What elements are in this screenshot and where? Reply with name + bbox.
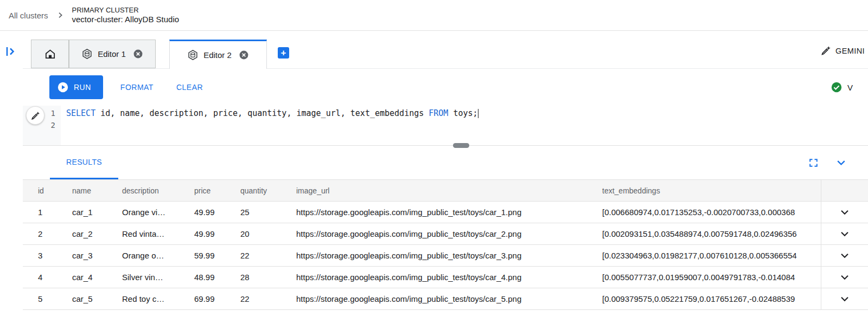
cell-id: 2 <box>23 223 72 245</box>
cell-image-url: https://storage.googleapis.com/img_publi… <box>296 245 602 267</box>
home-icon <box>44 48 56 60</box>
table-row: 2 car_2 Red vinta… 49.99 20 https://stor… <box>23 223 868 245</box>
cell-image-url: https://storage.googleapis.com/img_publi… <box>296 202 602 223</box>
collapse-results-chevron-icon[interactable] <box>835 157 847 169</box>
cell-description: Silver vin… <box>122 267 194 288</box>
cell-text-embeddings: [0.0055077737,0.01959007,0.0049791783,-0… <box>602 267 821 288</box>
sql-keyword: SELECT <box>66 108 95 118</box>
query-valid-status: V <box>831 81 853 93</box>
database-hexagon-icon <box>81 48 93 60</box>
check-circle-icon <box>831 81 843 93</box>
play-circle-icon <box>57 81 69 93</box>
cell-id: 1 <box>23 202 72 223</box>
cell-description: Red vinta… <box>122 223 194 245</box>
column-header-image-url: image_url <box>296 180 602 202</box>
column-header-text-embeddings: text_embeddings <box>602 180 821 202</box>
gemini-label: GEMINI <box>835 47 865 55</box>
breadcrumb: All clusters PRIMARY CLUSTER vector-clus… <box>0 0 868 31</box>
column-header-description: description <box>122 180 194 202</box>
breadcrumb-all-clusters-link[interactable]: All clusters <box>9 11 48 20</box>
cell-name: car_1 <box>72 202 122 223</box>
column-header-quantity: quantity <box>240 180 296 202</box>
cell-price: 49.99 <box>194 202 240 223</box>
table-row: 3 car_3 Orange o… 59.99 22 https://stora… <box>23 245 868 267</box>
cell-text-embeddings: [0.023304963,0.01982177,0.007610128,0.00… <box>602 245 821 267</box>
cell-name: car_2 <box>72 223 122 245</box>
expand-row-chevron-icon[interactable] <box>839 271 851 283</box>
column-header-expander <box>821 180 868 202</box>
sql-code-area[interactable]: SELECT id, name, description, price, qua… <box>66 106 868 119</box>
cell-text-embeddings: [0.009379575,0.05221759,0.017651267,-0.0… <box>602 288 821 310</box>
cell-text-embeddings: [0.002093151,0.035488974,0.007591748,0.0… <box>602 223 821 245</box>
cluster-type-label: PRIMARY CLUSTER <box>72 6 180 15</box>
tab-editor-1-label: Editor 1 <box>98 49 126 59</box>
cell-quantity: 28 <box>240 267 296 288</box>
cell-image-url: https://storage.googleapis.com/img_publi… <box>296 288 602 310</box>
panel-resize-handle[interactable] <box>453 143 469 148</box>
open-panel-icon[interactable] <box>5 45 18 58</box>
pen-spark-icon <box>820 45 832 56</box>
expand-row-chevron-icon[interactable] <box>839 228 851 240</box>
cluster-heading: PRIMARY CLUSTER vector-cluster: AlloyDB … <box>72 6 180 25</box>
cell-image-url: https://storage.googleapis.com/img_publi… <box>296 223 602 245</box>
tab-editor-1[interactable]: Editor 1 <box>69 40 156 68</box>
results-header: RESULTS <box>23 146 868 179</box>
cell-id: 3 <box>23 245 72 267</box>
table-row: 4 car_4 Silver vin… 48.99 28 https://sto… <box>23 267 868 288</box>
results-table: id name description price quantity image… <box>23 179 868 310</box>
table-row: 1 car_1 Orange vi… 49.99 25 https://stor… <box>23 202 868 223</box>
close-tab-2-icon[interactable] <box>239 50 249 60</box>
alloydb-studio-page: All clusters PRIMARY CLUSTER vector-clus… <box>0 0 868 317</box>
sql-table: toys; <box>448 108 477 118</box>
cell-description: Orange vi… <box>122 202 194 223</box>
valid-status-text: V <box>847 83 853 92</box>
run-button[interactable]: RUN <box>49 75 103 99</box>
database-hexagon-icon <box>187 49 199 61</box>
cell-quantity: 22 <box>240 288 296 310</box>
tab-editor-2[interactable]: Editor 2 <box>169 40 267 69</box>
tab-editor-2-label: Editor 2 <box>203 50 232 60</box>
sql-keyword: FROM <box>429 108 448 118</box>
format-button[interactable]: FORMAT <box>112 83 162 92</box>
results-panel: RESULTS <box>23 145 868 317</box>
cell-price: 69.99 <box>194 288 240 310</box>
expand-row-chevron-icon[interactable] <box>839 206 851 218</box>
cell-name: car_5 <box>72 288 122 310</box>
pen-spark-icon <box>30 111 41 121</box>
table-row: 5 car_5 Red toy c… 69.99 22 https://stor… <box>23 288 868 310</box>
column-header-name: name <box>72 180 122 202</box>
tab-home[interactable] <box>31 40 69 68</box>
close-tab-1-icon[interactable] <box>133 49 143 59</box>
text-cursor <box>478 109 479 118</box>
cell-quantity: 22 <box>240 245 296 267</box>
fullscreen-icon[interactable] <box>808 158 819 168</box>
expand-row-chevron-icon[interactable] <box>839 250 851 262</box>
tab-results[interactable]: RESULTS <box>50 146 118 179</box>
gemini-button[interactable]: GEMINI ▾ <box>820 45 868 56</box>
sql-columns: id, name, description, price, quantity, … <box>95 108 429 118</box>
query-toolbar: RUN FORMAT CLEAR V <box>23 69 868 106</box>
cell-id: 4 <box>23 267 72 288</box>
column-header-id: id <box>23 180 72 202</box>
cell-price: 49.99 <box>194 223 240 245</box>
gemini-edit-button[interactable] <box>26 106 44 125</box>
clear-button[interactable]: CLEAR <box>168 83 212 92</box>
cell-price: 48.99 <box>194 267 240 288</box>
editor-tabbar: Editor 1 Editor 2 + <box>23 31 868 69</box>
cell-name: car_4 <box>72 267 122 288</box>
cell-price: 59.99 <box>194 245 240 267</box>
cell-description: Red toy c… <box>122 288 194 310</box>
page-title: vector-cluster: AlloyDB Studio <box>72 15 180 25</box>
run-button-label: RUN <box>74 83 91 92</box>
sql-line-1: SELECT id, name, description, price, qua… <box>66 107 868 119</box>
breadcrumb-chevron-icon <box>56 11 65 20</box>
table-header-row: id name description price quantity image… <box>23 180 868 202</box>
expand-row-chevron-icon[interactable] <box>839 293 851 305</box>
column-header-price: price <box>194 180 240 202</box>
add-editor-tab-button[interactable]: + <box>278 47 289 59</box>
left-rail <box>0 31 23 317</box>
sql-editor: 1 2 SELECT id, name, description, price,… <box>23 106 868 145</box>
cell-quantity: 25 <box>240 202 296 223</box>
cell-name: car_3 <box>72 245 122 267</box>
cell-text-embeddings: [0.006680974,0.017135253,-0.0020700733,0… <box>602 202 821 223</box>
